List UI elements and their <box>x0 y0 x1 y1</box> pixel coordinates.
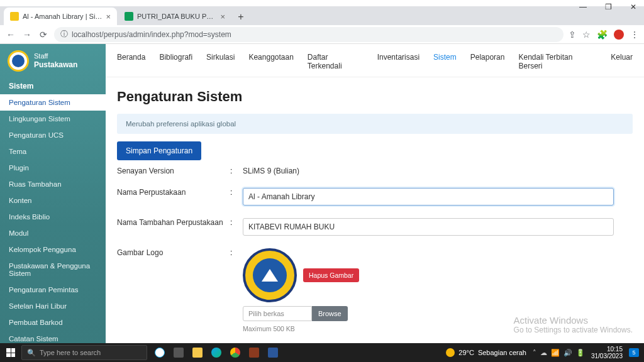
windows-logo-icon <box>6 348 15 357</box>
label-library-subname: Nama Tambahan Perpustakaan <box>117 218 230 227</box>
brand-logo-icon <box>8 50 29 72</box>
nav-daftar-terkendali[interactable]: Daftar Terkendali <box>308 53 364 70</box>
brand-text: Staff Pustakawan <box>34 52 77 70</box>
activate-windows-watermark: Activate Windows Go to Settings to activ… <box>514 315 633 334</box>
nav-beranda[interactable]: Beranda <box>117 53 145 70</box>
nav-bibliografi[interactable]: Bibliografi <box>159 53 192 70</box>
sidebar-item-pengaturan-pemintas[interactable]: Pengaturan Pemintas <box>0 282 106 298</box>
favicon-icon <box>10 12 19 21</box>
search-icon: 🔍 <box>27 349 36 357</box>
sidebar-item-plugin[interactable]: Plugin <box>0 160 106 176</box>
top-nav: Beranda Bibliografi Sirkulasi Keanggotaa… <box>106 44 644 77</box>
tray-battery-icon[interactable]: 🔋 <box>576 349 585 357</box>
sidebar-item-indeks-biblio[interactable]: Indeks Biblio <box>0 209 106 225</box>
delete-image-button[interactable]: Hapus Gambar <box>303 268 359 282</box>
file-input[interactable]: Pilih berkas <box>243 306 312 321</box>
site-info-icon[interactable]: ⓘ <box>60 29 68 40</box>
taskbar-edge-icon[interactable] <box>208 343 225 362</box>
save-button[interactable]: Simpan Pengaturan <box>117 141 201 160</box>
browse-button[interactable]: Browse <box>312 306 348 321</box>
tab-title: PUTRI_DATA BUKU PERPUSTAKA <box>137 13 216 20</box>
weather-icon <box>446 348 455 357</box>
taskbar-bing-icon[interactable] <box>151 343 169 362</box>
menu-icon[interactable]: ⋮ <box>630 30 639 40</box>
taskbar-weather[interactable]: 29°C Sebagian cerah <box>446 348 526 357</box>
nav-pelaporan[interactable]: Pelaporan <box>470 53 505 70</box>
nav-keanggotaan[interactable]: Keanggotaan <box>248 53 293 70</box>
sidebar-item-catatan-sistem[interactable]: Catatan Sistem <box>0 331 106 343</box>
extensions-icon[interactable]: 🧩 <box>597 30 608 40</box>
profile-avatar[interactable] <box>614 30 624 40</box>
library-subname-input[interactable] <box>243 218 614 236</box>
nav-keluar[interactable]: Keluar <box>611 53 633 70</box>
reload-icon[interactable]: ⟳ <box>38 30 49 40</box>
nav-sirkulasi[interactable]: Sirkulasi <box>206 53 235 70</box>
tab-close-icon[interactable]: × <box>106 12 111 21</box>
taskbar: 🔍 Type here to search 29°C Sebagian cera… <box>0 343 644 362</box>
notification-badge[interactable]: 5 <box>629 348 639 357</box>
tab-title: Al - Amanah Library | Sistem Ma <box>23 13 102 20</box>
label-library-name: Nama Perpustakaan <box>117 188 230 197</box>
main-content: Beranda Bibliografi Sirkulasi Keanggotaa… <box>106 44 644 343</box>
url-text: localhost/perpus/admin/index.php?mod=sys… <box>72 30 231 39</box>
back-icon[interactable]: ← <box>5 30 16 40</box>
tray-wifi-icon[interactable]: 📶 <box>551 349 560 357</box>
sidebar-item-pustakawan-pengguna[interactable]: Pustakawan & Pengguna Sistem <box>0 258 106 282</box>
tray-chevron-icon[interactable]: ˄ <box>533 349 536 357</box>
taskbar-search[interactable]: 🔍 Type here to search <box>21 345 147 360</box>
bookmark-icon[interactable]: ☆ <box>582 30 591 40</box>
sidebar-item-ruas-tambahan[interactable]: Ruas Tambahan <box>0 176 106 192</box>
taskbar-app-icon[interactable] <box>245 343 263 362</box>
sidebar-item-setelan-hari-libur[interactable]: Setelan Hari Libur <box>0 298 106 314</box>
tab-close-icon[interactable]: × <box>220 12 225 21</box>
start-button[interactable] <box>0 343 21 362</box>
sidebar-item-lingkungan-sistem[interactable]: Lingkungan Sistem <box>0 111 106 127</box>
nav-sistem[interactable]: Sistem <box>433 53 457 70</box>
browser-tab-strip: Al - Amanah Library | Sistem Ma × PUTRI_… <box>0 6 644 25</box>
logo-preview <box>243 248 297 302</box>
taskbar-explorer-icon[interactable] <box>189 343 206 362</box>
sidebar-item-pembuat-barkod[interactable]: Pembuat Barkod <box>0 314 106 331</box>
tray-volume-icon[interactable]: 🔊 <box>564 349 572 357</box>
page-title: Pengaturan Sistem <box>117 89 633 105</box>
url-input[interactable]: ⓘ localhost/perpus/admin/index.php?mod=s… <box>54 27 564 42</box>
taskbar-chrome-icon[interactable] <box>226 343 244 362</box>
system-tray[interactable]: ˄ ☁ 📶 🔊 🔋 <box>533 349 585 357</box>
library-name-input[interactable] <box>243 188 614 206</box>
window-maximize[interactable]: ❐ <box>601 3 615 11</box>
share-icon[interactable]: ⇪ <box>569 30 576 40</box>
address-bar: ← → ⟳ ⓘ localhost/perpus/admin/index.php… <box>0 25 644 44</box>
new-tab-button[interactable]: + <box>233 9 249 25</box>
sidebar-item-modul[interactable]: Modul <box>0 225 106 241</box>
browser-tab-active[interactable]: Al - Amanah Library | Sistem Ma × <box>4 8 117 25</box>
taskbar-word-icon[interactable] <box>264 343 282 362</box>
sidebar-item-pengaturan-sistem[interactable]: Pengaturan Sistem <box>0 94 106 111</box>
browser-tab[interactable]: PUTRI_DATA BUKU PERPUSTAKA × <box>118 8 231 25</box>
taskbar-taskview-icon[interactable] <box>170 343 187 362</box>
sidebar-item-pengaturan-ucs[interactable]: Pengaturan UCS <box>0 127 106 143</box>
window-minimize[interactable]: — <box>576 3 590 11</box>
page-description: Merubah preferensi aplikasi global <box>117 114 633 134</box>
sidebar-item-konten[interactable]: Konten <box>0 192 106 209</box>
window-close[interactable]: ✕ <box>626 3 640 11</box>
sidebar-item-tema[interactable]: Tema <box>0 143 106 160</box>
nav-inventarisasi[interactable]: Inventarisasi <box>377 53 419 70</box>
sidebar-item-kelompok-pengguna[interactable]: Kelompok Pengguna <box>0 241 106 258</box>
forward-icon[interactable]: → <box>21 30 33 40</box>
sidebar: Staff Pustakawan Sistem Pengaturan Siste… <box>0 44 106 343</box>
label-logo: Gambar Logo <box>117 248 230 257</box>
sidebar-section: Sistem <box>0 78 106 94</box>
favicon-icon <box>125 12 133 21</box>
tray-cloud-icon[interactable]: ☁ <box>540 349 547 357</box>
label-version: Senayan Version <box>117 167 230 175</box>
nav-kendali-terbitan[interactable]: Kendali Terbitan Berseri <box>518 53 597 70</box>
taskbar-clock[interactable]: 10:15 31/03/2023 <box>591 346 623 359</box>
value-version: SLiMS 9 (Bulian) <box>243 167 633 175</box>
brand: Staff Pustakawan <box>0 50 106 78</box>
